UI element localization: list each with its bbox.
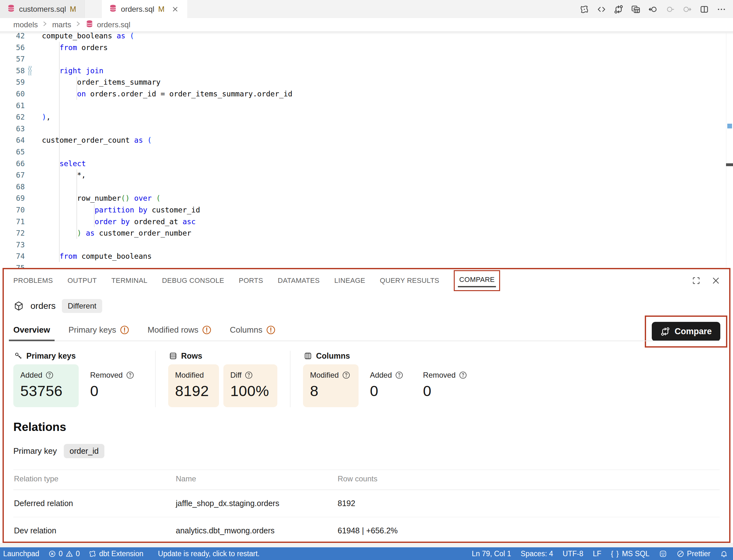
compare-tab-primary-keys[interactable]: Primary keys xyxy=(69,325,129,335)
cursor-position[interactable]: Ln 79, Col 1 xyxy=(472,547,511,560)
table-cell: Dev relation xyxy=(13,517,175,543)
language-mode[interactable]: { }MS SQL xyxy=(611,547,650,560)
compare-tab-modified-rows[interactable]: Modified rows xyxy=(147,325,211,335)
panel-tab-debug-console[interactable]: DEBUG CONSOLE xyxy=(162,277,224,285)
stat-card-removed: Removed0 xyxy=(416,364,475,407)
stat-label: Added xyxy=(20,371,42,380)
query-preview-icon[interactable] xyxy=(628,2,643,16)
git-compare-icon[interactable] xyxy=(611,2,626,16)
ruler-marker xyxy=(726,163,733,166)
code-line: 60 on orders.order_id = order_items_summ… xyxy=(0,88,733,100)
panel-tab-output[interactable]: OUTPUT xyxy=(68,277,97,285)
help-circle-icon[interactable] xyxy=(245,371,253,379)
help-circle-icon[interactable] xyxy=(342,371,350,379)
navigate-back-icon[interactable] xyxy=(645,2,660,16)
split-editor-icon[interactable] xyxy=(697,2,711,16)
close-panel-icon[interactable] xyxy=(710,275,722,286)
panel-tab-terminal[interactable]: TERMINAL xyxy=(111,277,147,285)
notifications-bell-icon[interactable] xyxy=(720,547,728,560)
problems-status[interactable]: 0 0 xyxy=(48,547,80,560)
code-line: 70 partition by customer_id xyxy=(0,204,733,216)
dbt-extension-status[interactable]: dbt Extension xyxy=(88,547,143,560)
maximize-panel-icon[interactable] xyxy=(690,275,702,286)
help-circle-icon[interactable] xyxy=(395,371,403,379)
code-line: 68 xyxy=(0,181,733,193)
code-line: 65 xyxy=(0,146,733,158)
breadcrumb[interactable]: modelsmartsorders.sql xyxy=(0,18,733,32)
breadcrumb-item[interactable]: models xyxy=(13,20,38,29)
divider xyxy=(290,351,290,407)
encoding-status[interactable]: UTF-8 xyxy=(563,547,583,560)
modified-indicator: M xyxy=(70,5,76,14)
scroll-shadow xyxy=(0,32,733,35)
code-line: 64customer_order_count as ( xyxy=(0,134,733,146)
more-actions-icon[interactable] xyxy=(714,2,729,16)
help-circle-icon[interactable] xyxy=(126,371,134,379)
error-circle-icon xyxy=(48,550,56,558)
panel-tab-lineage[interactable]: LINEAGE xyxy=(334,277,365,285)
code-line: 66 select xyxy=(0,158,733,170)
line-number: 72 xyxy=(0,227,25,239)
stat-group-rows: RowsModified8192Diff100% xyxy=(168,349,290,407)
overview-ruler[interactable] xyxy=(726,32,733,268)
stat-group-label: Columns xyxy=(316,351,350,361)
panel-tab-query-results[interactable]: QUERY RESULTS xyxy=(380,277,439,285)
panel-controls xyxy=(690,275,722,286)
compare-tab-overview[interactable]: Overview xyxy=(13,325,50,335)
relations-heading: Relations xyxy=(13,420,720,434)
breadcrumb-item[interactable]: marts xyxy=(52,20,71,29)
table-header: Name xyxy=(175,470,337,490)
stats-row: Primary keysAdded53756Removed0RowsModifi… xyxy=(13,349,720,407)
help-circle-icon[interactable] xyxy=(45,371,54,379)
feedback-smiley-icon[interactable] xyxy=(659,547,667,560)
indentation-status[interactable]: Spaces: 4 xyxy=(521,547,553,560)
line-number: 66 xyxy=(0,158,25,170)
line-number: 64 xyxy=(0,134,25,146)
code-line: 56 from orders xyxy=(0,42,733,54)
compare-tab-columns[interactable]: Columns xyxy=(230,325,275,335)
help-circle-icon[interactable] xyxy=(459,371,467,379)
dbt-power-user-icon[interactable] xyxy=(577,2,592,16)
editor-tab-customers-sql[interactable]: customers.sqlM xyxy=(0,0,85,18)
code-line: 58 right join xyxy=(0,65,733,77)
code-line: 71 order by ordered_at asc xyxy=(0,216,733,228)
code-line: 62), xyxy=(0,111,733,123)
ruler-marker xyxy=(727,124,732,128)
table-cell: Deferred relation xyxy=(13,490,175,517)
launchpad-button[interactable]: Launchpad xyxy=(3,547,39,560)
stat-value: 0 xyxy=(370,382,403,400)
eol-status[interactable]: LF xyxy=(593,547,601,560)
line-number: 73 xyxy=(0,239,25,251)
update-message[interactable]: Update is ready, click to restart. xyxy=(158,547,259,560)
braces-icon: { } xyxy=(611,550,619,558)
code-icon[interactable] xyxy=(594,2,609,16)
error-count: 0 xyxy=(59,550,63,558)
stat-card-added: Added53756 xyxy=(13,364,79,407)
relations-table: Relation typeNameRow counts Deferred rel… xyxy=(13,470,720,543)
stat-value: 8 xyxy=(310,382,350,400)
stat-group-label: Rows xyxy=(181,351,202,361)
code-line: 67 *, xyxy=(0,169,733,181)
breadcrumb-item[interactable]: orders.sql xyxy=(85,20,130,30)
stat-card-diff: Diff100% xyxy=(223,364,277,407)
status-bar: Launchpad 0 0 dbt Extension Update is re… xyxy=(0,547,733,560)
database-icon xyxy=(85,20,94,30)
model-title: orders xyxy=(30,301,56,311)
panel-tab-problems[interactable]: PROBLEMS xyxy=(13,277,53,285)
stat-group-label: Primary keys xyxy=(26,351,76,361)
stat-card-modified: Modified8 xyxy=(303,364,358,407)
table-cell: jaffle_shop_dx.staging.orders xyxy=(175,490,337,517)
close-tab-icon[interactable] xyxy=(171,5,179,13)
stat-value: 0 xyxy=(423,382,467,400)
line-number: 74 xyxy=(0,251,25,262)
panel-tab-compare[interactable]: COMPARE xyxy=(459,276,495,284)
code-line: 69 row_number() over ( xyxy=(0,192,733,204)
panel-tab-datamates[interactable]: DATAMATES xyxy=(278,277,319,285)
database-icon xyxy=(109,4,117,14)
prettier-status[interactable]: Prettier xyxy=(677,547,710,560)
editor-tab-orders-sql[interactable]: orders.sqlM xyxy=(102,0,187,18)
code-line: 57 xyxy=(0,53,733,65)
code-editor[interactable]: 42compute_booleans as (56 from orders575… xyxy=(0,32,733,268)
code-line: 61 xyxy=(0,100,733,112)
panel-tab-ports[interactable]: PORTS xyxy=(239,277,263,285)
